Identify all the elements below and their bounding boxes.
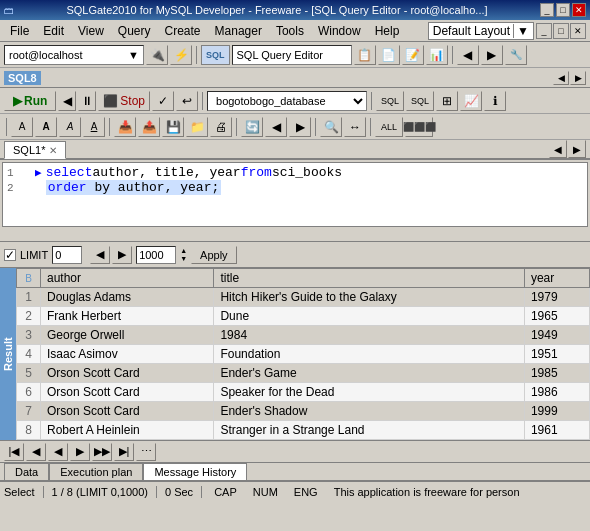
sep8 xyxy=(315,118,316,136)
table-row[interactable]: 5 Orson Scott Card Ender's Game 1985 xyxy=(17,364,590,383)
menu-tools[interactable]: Tools xyxy=(270,22,310,40)
title-controls: _ □ ✕ xyxy=(540,3,586,17)
disconnect-button[interactable]: ⚡ xyxy=(170,45,192,65)
refresh-button[interactable]: 🔄 xyxy=(241,117,263,137)
col-header-title[interactable]: title xyxy=(214,269,525,288)
line-marker-2: ▶ xyxy=(35,181,42,194)
tab-data[interactable]: Data xyxy=(4,463,49,480)
run-label: Run xyxy=(24,94,47,108)
rollback-button[interactable]: ↩ xyxy=(176,91,198,111)
menu-edit[interactable]: Edit xyxy=(37,22,70,40)
cell-year: 1986 xyxy=(524,383,589,402)
tb3-extra[interactable]: ⬛⬛⬛ xyxy=(405,117,433,137)
prev-page-button[interactable]: ◀ xyxy=(26,443,46,461)
sql-mode-1[interactable]: SQL xyxy=(376,91,404,111)
next-page-button[interactable]: ▶ xyxy=(70,443,90,461)
tb3-icon-6[interactable]: 📤 xyxy=(138,117,160,137)
commit-button[interactable]: ✓ xyxy=(152,91,174,111)
table-row[interactable]: 2 Frank Herbert Dune 1965 xyxy=(17,307,590,326)
replace-button[interactable]: ↔ xyxy=(344,117,366,137)
mdi-restore[interactable]: □ xyxy=(553,23,569,39)
cell-title: Stranger in a Strange Land xyxy=(214,421,525,440)
tab-message-history[interactable]: Message History xyxy=(143,463,247,480)
connection-input[interactable]: root@localhost ▼ xyxy=(4,45,144,65)
table-row[interactable]: 7 Orson Scott Card Ender's Shadow 1999 xyxy=(17,402,590,421)
next-button2[interactable]: ▶▶ xyxy=(92,443,112,461)
limit-min-input[interactable] xyxy=(52,246,82,264)
connect-button[interactable]: 🔌 xyxy=(146,45,168,65)
mdi-close[interactable]: ✕ xyxy=(570,23,586,39)
menu-window[interactable]: Window xyxy=(312,22,367,40)
maximize-button[interactable]: □ xyxy=(556,3,570,17)
stop-button[interactable]: ⬛ Stop xyxy=(98,91,150,111)
table-row[interactable]: 6 Orson Scott Card Speaker for the Dead … xyxy=(17,383,590,402)
chart-button[interactable]: 📈 xyxy=(460,91,482,111)
col-header-year[interactable]: year xyxy=(524,269,589,288)
forward-button[interactable]: ▶ xyxy=(289,117,311,137)
tb3-icon-5[interactable]: 📥 xyxy=(114,117,136,137)
sql1-close-icon[interactable]: ✕ xyxy=(49,145,57,156)
mdi-minimize[interactable]: _ xyxy=(536,23,552,39)
run-button[interactable]: ▶ Run xyxy=(4,91,56,111)
sql8-bar: SQL8 ◀ ▶ xyxy=(0,68,590,88)
menu-create[interactable]: Create xyxy=(159,22,207,40)
tb-icon-4[interactable]: 📊 xyxy=(426,45,448,65)
tb3-icon-7[interactable]: 💾 xyxy=(162,117,184,137)
menu-view[interactable]: View xyxy=(72,22,110,40)
tb-icon-2[interactable]: 📄 xyxy=(378,45,400,65)
apply-button[interactable]: Apply xyxy=(191,246,237,264)
database-select[interactable]: bogotobogo_database xyxy=(207,91,367,111)
tb-icon-6[interactable]: ▶ xyxy=(481,45,503,65)
pause-button[interactable]: ⏸ xyxy=(78,91,96,111)
back-button[interactable]: ◀ xyxy=(265,117,287,137)
zoom-button[interactable]: ALL xyxy=(375,117,403,137)
menu-manager[interactable]: Manager xyxy=(209,22,268,40)
sql-mode-2[interactable]: SQL xyxy=(406,91,434,111)
table-row[interactable]: 4 Isaac Asimov Foundation 1951 xyxy=(17,345,590,364)
tab-scroll-right[interactable]: ▶ xyxy=(568,140,586,158)
tb3-icon-4[interactable]: A xyxy=(83,117,105,137)
table-row[interactable]: 8 Robert A Heinlein Stranger in a Strang… xyxy=(17,421,590,440)
tb3-icon-2[interactable]: A xyxy=(35,117,57,137)
sql8-next[interactable]: ▶ xyxy=(570,71,586,85)
tb3-icon-9[interactable]: 🖨 xyxy=(210,117,232,137)
table-row[interactable]: 1 Douglas Adams Hitch Hiker's Guide to t… xyxy=(17,288,590,307)
sql-editor[interactable]: 1 ▶ select author, title, year from sci_… xyxy=(2,162,588,227)
data-table-container[interactable]: B author title year 1 Douglas Adams Hitc… xyxy=(16,268,590,440)
layout-dropdown[interactable]: Default Layout ▼ xyxy=(428,22,534,40)
limit-prev[interactable]: ◀ xyxy=(90,246,110,264)
tb-icon-3[interactable]: 📝 xyxy=(402,45,424,65)
prev-button2[interactable]: ◀ xyxy=(48,443,68,461)
limit-up[interactable]: ▲ xyxy=(180,247,187,255)
tab-execution-plan[interactable]: Execution plan xyxy=(49,463,143,480)
cell-author: Orson Scott Card xyxy=(41,402,214,421)
first-page-button[interactable]: |◀ xyxy=(4,443,24,461)
tb-icon-1[interactable]: 📋 xyxy=(354,45,376,65)
col-header-author[interactable]: author xyxy=(41,269,214,288)
tb-icon-extra[interactable]: 🔧 xyxy=(505,45,527,65)
sql1-tab[interactable]: SQL1* ✕ xyxy=(4,141,66,159)
table-row[interactable]: 3 George Orwell 1984 1949 xyxy=(17,326,590,345)
run-prev-button[interactable]: ◀ xyxy=(58,91,76,111)
grid-button[interactable]: ⊞ xyxy=(436,91,458,111)
tb-icon-5[interactable]: ◀ xyxy=(457,45,479,65)
info-button[interactable]: ℹ xyxy=(484,91,506,111)
menu-query[interactable]: Query xyxy=(112,22,157,40)
tb3-icon-8[interactable]: 📁 xyxy=(186,117,208,137)
tb3-icon-3[interactable]: A xyxy=(59,117,81,137)
sql8-prev[interactable]: ◀ xyxy=(553,71,569,85)
limit-down[interactable]: ▼ xyxy=(180,255,187,263)
menu-help[interactable]: Help xyxy=(369,22,406,40)
tab-scroll-left[interactable]: ◀ xyxy=(549,140,567,158)
menu-file[interactable]: File xyxy=(4,22,35,40)
limit-next[interactable]: ▶ xyxy=(112,246,132,264)
minimize-button[interactable]: _ xyxy=(540,3,554,17)
sql-editor-input[interactable]: SQL Query Editor xyxy=(232,45,352,65)
search-button[interactable]: 🔍 xyxy=(320,117,342,137)
limit-checkbox[interactable]: ✓ xyxy=(4,249,16,261)
nav-extra[interactable]: ⋯ xyxy=(136,443,156,461)
tb3-icon-1[interactable]: A xyxy=(11,117,33,137)
close-button[interactable]: ✕ xyxy=(572,3,586,17)
last-page-button[interactable]: ▶| xyxy=(114,443,134,461)
limit-max-input[interactable] xyxy=(136,246,176,264)
